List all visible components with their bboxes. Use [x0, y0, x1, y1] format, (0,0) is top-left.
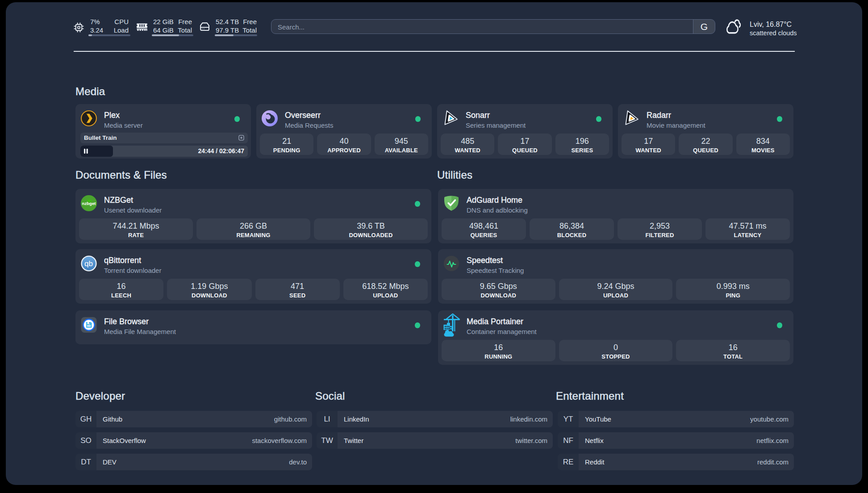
svg-text:nzbget: nzbget: [82, 201, 96, 206]
svg-text:qb: qb: [84, 259, 93, 268]
